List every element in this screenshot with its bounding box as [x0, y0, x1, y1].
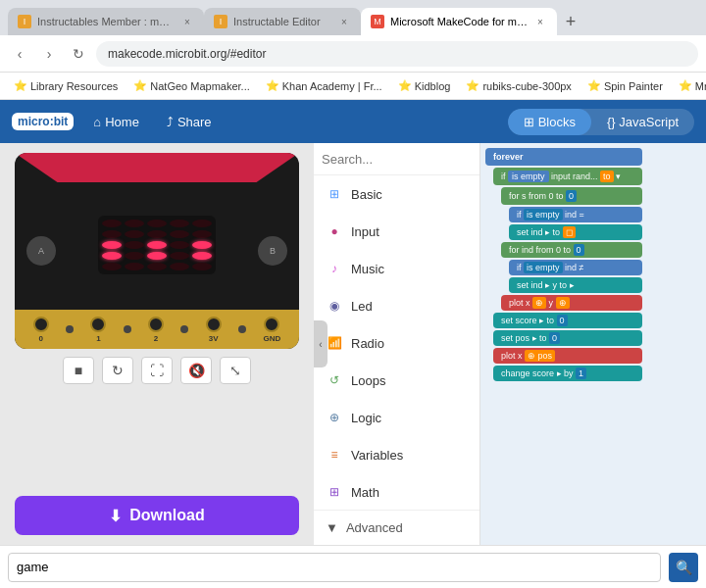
led-3 — [170, 220, 189, 227]
advanced-item[interactable]: ▼ Advanced — [314, 510, 479, 545]
bookmark-rubiks[interactable]: ⭐ rubiks-cube-300px — [460, 77, 578, 94]
simulator-panel: A B 0 1 — [0, 143, 314, 545]
address-bar[interactable] — [96, 41, 698, 67]
led-11 — [125, 241, 144, 249]
tab-1-close[interactable]: × — [180, 15, 194, 28]
bookmark-mrdoob[interactable]: ⭐ Mr.doob | Three.s... — [673, 77, 706, 94]
mute-button[interactable]: 🔇 — [180, 357, 212, 384]
bookmark-khan[interactable]: ⭐ Khan Academy | Fr... — [260, 77, 388, 94]
toolbox-icon-logic: ⊕ — [326, 409, 343, 426]
toolbox-item-variables[interactable]: ≡ Variables — [314, 436, 479, 473]
toolbox-search-bar: 🔍 — [314, 143, 479, 175]
led-8 — [170, 230, 189, 238]
sim-controls: ■ ↻ ⛶ 🔇 ⤡ — [63, 357, 251, 384]
led-16 — [125, 252, 144, 260]
game-search-input[interactable] — [8, 553, 661, 582]
forward-button[interactable]: › — [37, 42, 61, 66]
toolbox-item-loops[interactable]: ↺ Loops — [314, 362, 479, 399]
pin-gnd: GND — [263, 317, 280, 343]
back-button[interactable]: ‹ — [8, 42, 31, 66]
led-5 — [102, 230, 122, 238]
tab-2-label: Instructable Editor — [233, 16, 331, 27]
toolbox-icon-input: ● — [326, 222, 343, 240]
led-2 — [147, 220, 167, 227]
bookmark-kidblog[interactable]: ⭐ Kidblog — [392, 77, 457, 94]
download-button[interactable]: ⬇ Download — [15, 496, 299, 535]
toolbox-item-input[interactable]: ● Input — [314, 213, 479, 250]
toolbox-label-basic: Basic — [351, 187, 382, 202]
share-icon: ⤴ — [167, 115, 174, 129]
toolbox-item-math[interactable]: ⊞ Math — [314, 473, 479, 510]
led-14 — [192, 241, 212, 249]
tab-1[interactable]: I Instructables Member : moham... × — [8, 8, 204, 35]
bookmark-spin[interactable]: ⭐ Spin Painter — [581, 77, 669, 94]
expand-button[interactable]: ⤡ — [220, 357, 251, 384]
javascript-button[interactable]: {} JavaScript — [591, 109, 694, 135]
led-6 — [125, 230, 144, 238]
tab-3-label: Microsoft MakeCode for micro b... — [390, 16, 528, 27]
blocks-button[interactable]: ⊞ Blocks — [508, 109, 591, 135]
button-a[interactable]: A — [26, 236, 56, 266]
toolbox-label-radio: Radio — [351, 336, 384, 351]
share-link[interactable]: ⤴ Share — [159, 111, 220, 133]
advanced-chevron-icon: ▼ — [326, 520, 338, 535]
reload-button[interactable]: ↻ — [67, 42, 90, 66]
download-icon: ⬇ — [109, 507, 122, 525]
tab-2-close[interactable]: × — [337, 15, 351, 28]
led-21 — [125, 263, 144, 270]
led-4 — [192, 220, 212, 227]
logo-icon: micro:bit — [12, 113, 74, 130]
block-canvas: forever if is empty input rand... to ▾ f… — [480, 143, 706, 545]
toolbox-icon-music: ♪ — [326, 260, 343, 277]
tab-3-close[interactable]: × — [533, 15, 547, 28]
led-22 — [147, 263, 167, 270]
microbit-device: A B 0 1 — [15, 153, 299, 349]
tab-3[interactable]: M Microsoft MakeCode for micro b... × — [361, 8, 557, 35]
led-12 — [147, 241, 167, 249]
led-23 — [170, 263, 189, 270]
toolbox-item-basic[interactable]: ⊞ Basic — [314, 175, 479, 213]
led-1 — [125, 220, 144, 227]
toolbox-item-logic[interactable]: ⊕ Logic — [314, 399, 479, 436]
toolbox-item-led[interactable]: ◉ Led — [314, 287, 479, 324]
toolbox-icon-radio: 📶 — [326, 334, 343, 352]
search-input[interactable] — [322, 152, 486, 167]
toolbox-label-music: Music — [351, 262, 384, 276]
pin-small-4 — [238, 325, 246, 333]
new-tab-button[interactable]: + — [557, 8, 584, 35]
toolbox-label-variables: Variables — [351, 448, 403, 463]
pin-1: 1 — [90, 317, 106, 343]
home-icon: ⌂ — [93, 115, 101, 129]
led-9 — [192, 230, 212, 238]
game-search-button[interactable]: 🔍 — [669, 553, 698, 582]
pins-bar: 0 1 2 3V — [15, 310, 299, 349]
led-grid — [98, 216, 216, 274]
led-0 — [102, 220, 122, 227]
toolbox-label-loops: Loops — [351, 373, 385, 388]
toolbox-label-led: Led — [351, 299, 373, 314]
tab-2[interactable]: I Instructable Editor × — [204, 8, 361, 35]
pin-3v: 3V — [206, 317, 222, 343]
toolbox-icon-led: ◉ — [326, 297, 343, 315]
toolbox-icon-math: ⊞ — [326, 483, 343, 501]
toolbox-item-music[interactable]: ♪ Music — [314, 250, 479, 287]
fullscreen-button[interactable]: ⛶ — [141, 357, 173, 384]
led-19 — [192, 252, 212, 260]
pin-0: 0 — [33, 317, 49, 343]
code-workspace[interactable]: forever if is empty input rand... to ▾ f… — [480, 143, 706, 545]
toolbox-label-input: Input — [351, 224, 379, 239]
collapse-simulator-button[interactable]: ‹ — [314, 320, 328, 368]
search-submit-icon: 🔍 — [676, 560, 692, 575]
toolbox-item-radio[interactable]: 📶 Radio — [314, 324, 479, 362]
tab-2-favicon: I — [214, 15, 227, 28]
home-link[interactable]: ⌂ Home — [85, 111, 147, 133]
microbit-logo: micro:bit — [12, 113, 74, 130]
bookmark-library[interactable]: ⭐ Library Resources — [8, 77, 124, 94]
bookmark-natgeo[interactable]: ⭐ NatGeo Mapmaker... — [127, 77, 256, 94]
restart-button[interactable]: ↻ — [102, 357, 133, 384]
tab-1-favicon: I — [18, 15, 31, 28]
button-b[interactable]: B — [258, 236, 287, 266]
led-7 — [147, 230, 167, 238]
stop-button[interactable]: ■ — [63, 357, 94, 384]
bottom-search-bar: 🔍 — [0, 545, 706, 588]
